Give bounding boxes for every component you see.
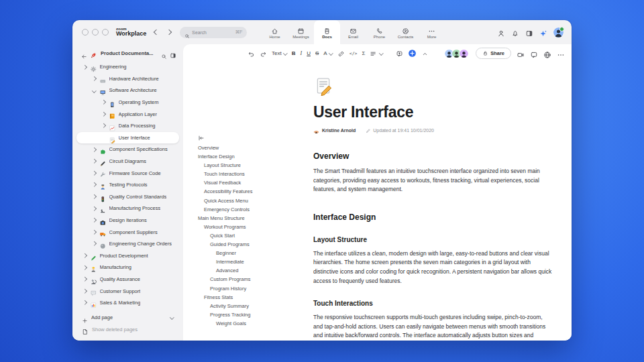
collapse-toolbar-button[interactable] [421,49,429,58]
chevron-down-icon[interactable] [91,89,97,93]
tab-meetings[interactable]: Meetings [288,20,314,44]
chevron-right-icon[interactable] [91,77,97,80]
sidebar-item-sales-marketing[interactable]: Sales & Marketing [76,297,179,309]
sidebar-item-customer-support[interactable]: Customer Support [76,285,179,297]
maximize-window-button[interactable] [102,29,109,36]
sidebar-item-design-iterations[interactable]: Design Iterations [76,215,179,227]
back-button[interactable] [154,29,159,35]
sidebar-item-engineering-change-orders[interactable]: Engineering Change Orders [76,238,179,250]
language-button[interactable] [543,50,551,58]
outline-item-emergency-controls[interactable]: Emergency Controls [198,205,313,214]
equation-button[interactable]: Σ [362,49,366,58]
tab-email[interactable]: Email [340,20,366,44]
sidebar-item-quality-assurance[interactable]: Quality Assurance [76,274,179,286]
sidebar-panel-icon[interactable] [170,50,176,56]
tab-home[interactable]: Home [262,20,288,44]
sidebar-item-hardware-architecture[interactable]: Hardware Architecture [76,73,179,85]
outline-item-beginner[interactable]: Beginner [198,249,313,257]
section-heading-overview[interactable]: Overview [313,152,563,161]
chevron-right-icon[interactable] [82,290,87,293]
sidebar-item-quality-control-standards[interactable]: Quality Control Standards [76,191,179,203]
sidebar-item-component-specifications[interactable]: Component Specifications [76,143,179,156]
section-heading-touch-interactions[interactable]: Touch Interactions [313,300,563,307]
outline-item-layout-structure[interactable]: Layout Structure [198,161,313,170]
outline-item-interface-design[interactable]: Interface Design [198,152,313,161]
chevron-right-icon[interactable] [101,101,106,104]
chevron-right-icon[interactable] [91,219,97,222]
outline-item-activity-summary[interactable]: Activity Summary [198,302,313,310]
outline-item-quick-start[interactable]: Quick Start [198,231,313,240]
chevron-right-icon[interactable] [82,301,87,304]
outline-item-visual-feedback[interactable]: Visual Feedback [198,178,313,187]
italic-button[interactable]: I [301,49,303,58]
paragraph[interactable]: The Smart Treadmill features an intuitiv… [313,167,553,194]
ai-companion-button[interactable] [539,28,547,36]
sidebar-item-engineering[interactable]: Engineering [76,61,179,73]
comment-button[interactable] [396,49,403,58]
section-heading-layout-structure[interactable]: Layout Structure [313,236,563,243]
sidebar-item-circuit-diagrams[interactable]: Circuit Diagrams [76,156,179,168]
strikethrough-button[interactable]: S [315,49,319,58]
outline-item-progress-tracking[interactable]: Progress Tracking [198,310,313,319]
outline-item-weight-goals[interactable]: Weight Goals [198,319,313,328]
sidebar-item-software-architecture[interactable]: Software Architecture [76,84,179,97]
chevron-right-icon[interactable] [101,113,106,116]
side-panel-button[interactable] [525,28,533,36]
chevron-right-icon[interactable] [91,183,97,186]
chevron-right-icon[interactable] [91,231,97,234]
outline-item-intermediate[interactable]: Intermediate [198,257,313,266]
sidebar-item-operating-system[interactable]: Operating System [76,97,179,109]
section-heading-interface-design[interactable]: Interface Design [313,213,563,222]
more-options-button[interactable] [557,50,565,58]
tab-phone[interactable]: Phone [366,20,392,44]
chevron-right-icon[interactable] [91,148,97,152]
tab-more[interactable]: More [419,20,445,44]
bold-button[interactable]: B [292,49,296,58]
search-input[interactable]: Search ⌘F [180,27,247,38]
profile-button[interactable] [497,28,505,36]
text-style-button[interactable]: Text [272,49,287,58]
align-button[interactable] [370,49,382,58]
sidebar-back-icon[interactable] [81,50,87,56]
sidebar-item-product-development[interactable]: Product Development [76,250,179,262]
text-color-button[interactable]: A [323,49,332,58]
outline-item-main-menu-structure[interactable]: Main Menu Structure [198,214,313,223]
minimize-window-button[interactable] [92,29,99,36]
chevron-right-icon[interactable] [101,124,106,127]
notifications-button[interactable] [511,28,519,36]
tab-contacts[interactable]: Contacts [392,20,419,44]
ai-companion-button[interactable] [408,49,417,58]
close-window-button[interactable] [82,29,89,36]
chevron-right-icon[interactable] [82,66,87,69]
chevron-down-icon[interactable] [170,315,174,319]
chevron-right-icon[interactable] [91,195,97,198]
underline-button[interactable]: U [307,49,311,58]
outline-item-program-history[interactable]: Program History [198,284,313,293]
sidebar-item-component-suppliers[interactable]: Component Suppliers [76,226,179,238]
chevron-right-icon[interactable] [82,266,87,269]
sidebar-item-manufacturing-process[interactable]: Manufacturing Process [76,202,179,215]
paragraph[interactable]: The responsive touchscreen supports mult… [313,313,553,341]
video-call-button[interactable] [517,50,525,58]
outline-item-fitness-stats[interactable]: Fitness Stats [198,293,313,302]
sidebar-item-application-layer[interactable]: Application Layer [76,108,179,120]
show-deleted-pages-button[interactable]: Show deleted pages [76,323,179,335]
redo-button[interactable] [260,49,267,58]
outline-item-workout-programs[interactable]: Workout Programs [198,223,313,231]
outline-item-accessibility-features[interactable]: Accessibility Features [198,187,313,196]
chevron-right-icon[interactable] [91,207,97,210]
share-button[interactable]: Share [476,48,511,59]
chevron-right-icon[interactable] [91,172,97,175]
outline-item-guided-programs[interactable]: Guided Programs [198,240,313,249]
forward-button[interactable] [166,29,172,35]
document-title[interactable]: User Interface [313,103,563,121]
chevron-right-icon[interactable] [91,242,97,245]
undo-button[interactable] [248,49,255,58]
outline-item-custom-programs[interactable]: Custom Programs [198,275,313,284]
code-block-button[interactable]: </> [350,49,358,58]
workspace-title[interactable]: Product Documenta... [101,50,158,56]
insert-link-button[interactable] [337,49,345,58]
chat-button[interactable] [530,50,538,58]
document-editor[interactable]: User Interface Kristine Arnold Updated a… [313,62,563,341]
add-page-button[interactable]: Add page [76,312,179,324]
